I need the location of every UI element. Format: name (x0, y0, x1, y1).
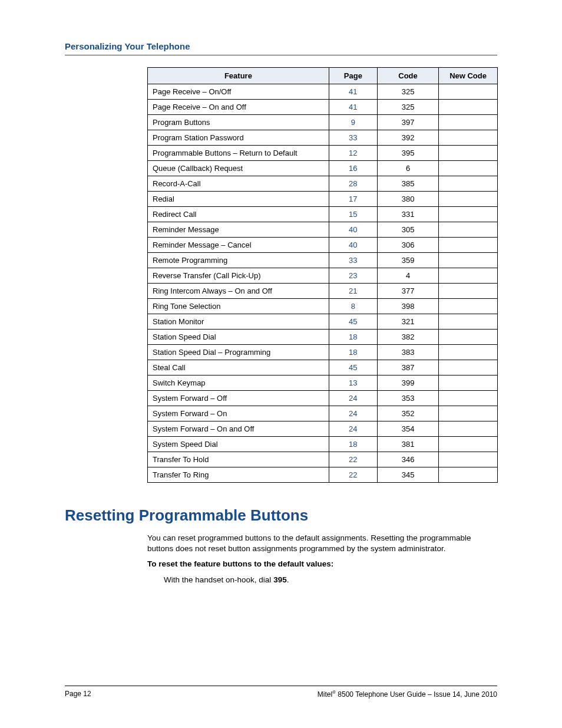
cell-page-link[interactable]: 8 (329, 299, 377, 314)
cell-page-link[interactable]: 28 (329, 176, 377, 192)
cell-page-link[interactable]: 12 (329, 146, 377, 161)
cell-code: 380 (377, 192, 438, 207)
col-page: Page (329, 68, 377, 84)
cell-feature: Station Speed Dial (148, 330, 329, 345)
cell-page-link[interactable]: 45 (329, 314, 377, 330)
cell-new-code (439, 192, 498, 207)
cell-page-link[interactable]: 40 (329, 238, 377, 253)
cell-new-code (439, 330, 498, 345)
cell-feature: Transfer To Hold (148, 452, 329, 467)
cell-new-code (439, 375, 498, 391)
cell-feature: System Forward – On and Off (148, 421, 329, 437)
table-row: Remote Programming33359 (148, 253, 498, 268)
cell-code: 6 (377, 161, 438, 176)
cell-new-code (439, 467, 498, 483)
cell-new-code (439, 146, 498, 161)
cell-code: 387 (377, 360, 438, 375)
cell-feature: Switch Keymap (148, 375, 329, 391)
cell-page-link[interactable]: 24 (329, 406, 377, 421)
cell-feature: Queue (Callback) Request (148, 161, 329, 176)
cell-new-code (439, 345, 498, 360)
cell-page-link[interactable]: 18 (329, 345, 377, 360)
cell-feature: System Speed Dial (148, 437, 329, 452)
cell-code: 325 (377, 100, 438, 115)
table-row: Station Monitor45321 (148, 314, 498, 330)
cell-new-code (439, 421, 498, 437)
table-row: Record-A-Call28385 (148, 176, 498, 192)
cell-code: 382 (377, 330, 438, 345)
cell-new-code (439, 406, 498, 421)
cell-code: 325 (377, 84, 438, 100)
footer-page-number: Page 12 (65, 690, 91, 699)
cell-page-link[interactable]: 17 (329, 192, 377, 207)
col-code: Code (377, 68, 438, 84)
table-row: System Speed Dial18381 (148, 437, 498, 452)
cell-page-link[interactable]: 40 (329, 222, 377, 238)
cell-page-link[interactable]: 33 (329, 253, 377, 268)
cell-page-link[interactable]: 18 (329, 437, 377, 452)
cell-page-link[interactable]: 22 (329, 452, 377, 467)
table-row: Redirect Call15331 (148, 207, 498, 222)
table-row: Reminder Message – Cancel40306 (148, 238, 498, 253)
cell-new-code (439, 452, 498, 467)
cell-new-code (439, 161, 498, 176)
cell-page-link[interactable]: 33 (329, 130, 377, 146)
cell-feature: Reverse Transfer (Call Pick-Up) (148, 268, 329, 284)
cell-feature: Redial (148, 192, 329, 207)
col-newcode: New Code (439, 68, 498, 84)
col-feature: Feature (148, 68, 329, 84)
instruction-step: With the handset on-hook, dial 395. (164, 575, 497, 585)
cell-page-link[interactable]: 9 (329, 115, 377, 130)
cell-new-code (439, 130, 498, 146)
cell-code: 331 (377, 207, 438, 222)
cell-feature: Program Station Password (148, 130, 329, 146)
cell-code: 306 (377, 238, 438, 253)
section-heading: Resetting Programmable Buttons (65, 506, 497, 525)
cell-page-link[interactable]: 16 (329, 161, 377, 176)
cell-page-link[interactable]: 23 (329, 268, 377, 284)
cell-code: 392 (377, 130, 438, 146)
cell-page-link[interactable]: 22 (329, 467, 377, 483)
cell-feature: Record-A-Call (148, 176, 329, 192)
cell-page-link[interactable]: 18 (329, 330, 377, 345)
table-row: Station Speed Dial – Programming18383 (148, 345, 498, 360)
table-row: Program Buttons9397 (148, 115, 498, 130)
table-row: Station Speed Dial18382 (148, 330, 498, 345)
cell-feature: Redirect Call (148, 207, 329, 222)
cell-new-code (439, 437, 498, 452)
cell-code: 321 (377, 314, 438, 330)
cell-page-link[interactable]: 45 (329, 360, 377, 375)
cell-page-link[interactable]: 15 (329, 207, 377, 222)
cell-feature: Reminder Message – Cancel (148, 238, 329, 253)
cell-new-code (439, 284, 498, 299)
cell-code: 345 (377, 467, 438, 483)
cell-page-link[interactable]: 24 (329, 421, 377, 437)
cell-feature: Station Monitor (148, 314, 329, 330)
cell-code: 346 (377, 452, 438, 467)
cell-feature: Station Speed Dial – Programming (148, 345, 329, 360)
cell-feature: Ring Intercom Always – On and Off (148, 284, 329, 299)
instruction-label: To reset the feature buttons to the defa… (147, 559, 497, 569)
cell-new-code (439, 222, 498, 238)
cell-page-link[interactable]: 21 (329, 284, 377, 299)
table-row: Ring Intercom Always – On and Off21377 (148, 284, 498, 299)
table-row: System Forward – On and Off24354 (148, 421, 498, 437)
cell-code: 381 (377, 437, 438, 452)
cell-new-code (439, 299, 498, 314)
cell-code: 354 (377, 421, 438, 437)
cell-code: 398 (377, 299, 438, 314)
cell-page-link[interactable]: 41 (329, 100, 377, 115)
table-row: Queue (Callback) Request166 (148, 161, 498, 176)
cell-feature: System Forward – Off (148, 391, 329, 406)
table-row: Page Receive – On/Off41325 (148, 84, 498, 100)
cell-feature: Ring Tone Selection (148, 299, 329, 314)
cell-page-link[interactable]: 41 (329, 84, 377, 100)
table-row: Reverse Transfer (Call Pick-Up)234 (148, 268, 498, 284)
feature-code-table: Feature Page Code New Code Page Receive … (147, 67, 498, 483)
cell-new-code (439, 100, 498, 115)
cell-page-link[interactable]: 24 (329, 391, 377, 406)
cell-page-link[interactable]: 13 (329, 375, 377, 391)
cell-code: 383 (377, 345, 438, 360)
chapter-header: Personalizing Your Telephone (65, 41, 497, 55)
cell-new-code (439, 238, 498, 253)
